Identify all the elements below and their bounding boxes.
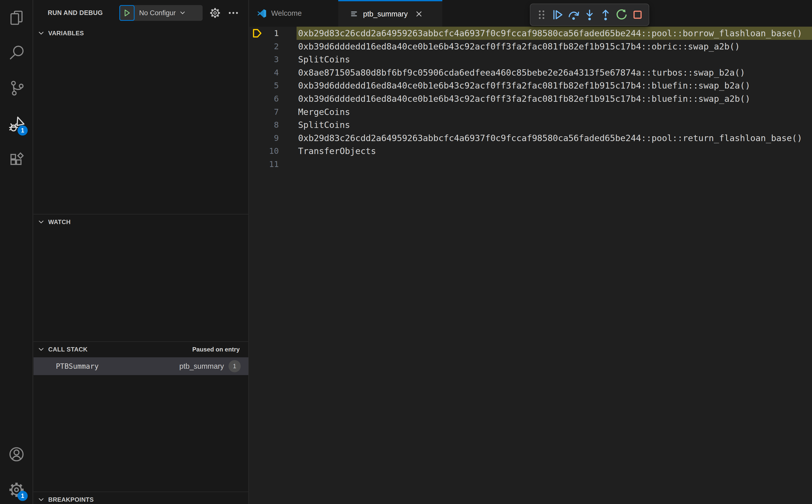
vscode-window: 1 (0, 0, 812, 504)
stack-frame-file: ptb_summary (179, 362, 224, 371)
line-number[interactable]: 11 (263, 158, 279, 171)
editor-area: Welcome ptb_summary (249, 0, 812, 504)
step-over-button[interactable] (567, 8, 581, 22)
code-text: 0xb39d6dddedd16ed8a40ce0b1e6b43c92acf0ff… (298, 79, 750, 92)
config-dropdown-label: No Configur (139, 9, 176, 17)
chevron-down-icon (38, 346, 45, 353)
section-header-call-stack[interactable]: CALL STACK Paused on entry (34, 341, 248, 357)
chevron-down-icon (179, 10, 186, 16)
activity-item-account[interactable] (8, 446, 25, 463)
line-number[interactable]: 8 (263, 118, 279, 131)
watch-body (34, 230, 248, 341)
code-text: SplitCoins (298, 118, 350, 131)
files-icon (8, 10, 25, 26)
code-line[interactable]: 3SplitCoins (249, 53, 812, 66)
code-text: 0xb39d6dddedd16ed8a40ce0b1e6b43c92acf0ff… (298, 92, 750, 105)
debug-settings-button[interactable] (209, 7, 221, 19)
stack-frame-name: PTBSummary (56, 362, 99, 371)
code-text: MergeCoins (298, 105, 350, 119)
code-line[interactable]: 11 (249, 158, 812, 171)
line-number[interactable]: 7 (263, 105, 279, 119)
code-line[interactable]: 50xb39d6dddedd16ed8a40ce0b1e6b43c92acf0f… (249, 79, 812, 92)
search-icon (8, 44, 25, 61)
step-over-icon (568, 9, 580, 21)
drag-gripper-icon (536, 9, 548, 21)
code-area[interactable]: 10xb29d83c26cdd2a64959263abbcfc4a6937f0c… (249, 0, 812, 504)
activity-item-run-and-debug[interactable]: 1 (8, 116, 25, 133)
line-number[interactable]: 3 (263, 53, 279, 66)
code-line[interactable]: 10xb29d83c26cdd2a64959263abbcfc4a6937f0c… (249, 27, 812, 40)
code-line[interactable]: 10TransferObjects (249, 144, 812, 158)
sidebar-title: RUN AND DEBUG (48, 0, 103, 25)
section-header-breakpoints[interactable]: BREAKPOINTS (34, 492, 248, 504)
code-text: TransferObjects (298, 144, 376, 158)
extensions-icon (8, 151, 25, 167)
code-line[interactable]: 20xb39d6dddedd16ed8a40ce0b1e6b43c92acf0f… (249, 40, 812, 53)
debug-current-line-arrow (251, 28, 263, 39)
step-out-button[interactable] (599, 8, 612, 22)
code-line[interactable]: 90xb29d83c26cdd2a64959263abbcfc4a6937f0c… (249, 131, 812, 145)
line-number[interactable]: 1 (263, 27, 279, 40)
activity-item-settings[interactable]: 1 (8, 481, 25, 498)
account-icon (8, 446, 25, 462)
debug-config-dropdown[interactable]: No Configur (119, 5, 203, 21)
activity-item-source-control[interactable] (8, 79, 25, 97)
start-debug-button[interactable] (119, 5, 135, 21)
activity-item-explorer[interactable] (8, 9, 25, 26)
activity-item-extensions[interactable] (8, 150, 25, 168)
variables-body (34, 41, 248, 214)
debug-toolbar (530, 4, 649, 26)
line-number[interactable]: 6 (263, 92, 279, 105)
line-number[interactable]: 9 (263, 131, 279, 145)
run-and-debug-sidebar: RUN AND DEBUG No Configur (34, 0, 249, 504)
activity-bar: 1 (0, 0, 33, 504)
call-stack-frame[interactable]: PTBSummary ptb_summary 1 (34, 357, 248, 375)
code-text: SplitCoins (298, 53, 350, 66)
restart-icon (616, 9, 628, 21)
code-line[interactable]: 7MergeCoins (249, 105, 812, 119)
code-text: 0xb29d83c26cdd2a64959263abbcfc4a6937f0c9… (298, 131, 802, 145)
code-line[interactable]: 40x8ae871505a80d8bf6bf9c05906cda6edfeea4… (249, 66, 812, 79)
code-line[interactable]: 8SplitCoins (249, 118, 812, 131)
code-text: 0xb39d6dddedd16ed8a40ce0b1e6b43c92acf0ff… (298, 40, 740, 53)
section-header-variables[interactable]: VARIABLES (34, 25, 248, 41)
debug-badge: 1 (18, 125, 28, 136)
git-branch-icon (8, 80, 25, 96)
step-into-icon (584, 9, 596, 21)
line-number[interactable]: 2 (263, 40, 279, 53)
run-play-icon (123, 9, 131, 17)
call-stack-status: Paused on entry (192, 346, 240, 353)
activity-item-search[interactable] (8, 44, 25, 61)
sidebar-header: RUN AND DEBUG No Configur (34, 0, 248, 25)
more-actions-button[interactable] (227, 7, 239, 19)
line-number[interactable]: 4 (263, 66, 279, 79)
step-into-button[interactable] (583, 8, 597, 22)
chevron-down-icon (38, 496, 45, 503)
code-text: 0xb29d83c26cdd2a64959263abbcfc4a6937f0c9… (298, 27, 802, 40)
stack-frame-badge: 1 (228, 360, 241, 372)
line-number[interactable]: 10 (263, 144, 279, 158)
continue-button[interactable] (551, 8, 565, 22)
code-line[interactable]: 60xb39d6dddedd16ed8a40ce0b1e6b43c92acf0f… (249, 92, 812, 105)
stop-icon (632, 9, 644, 21)
chevron-down-icon (38, 219, 45, 226)
continue-icon (552, 9, 564, 21)
code-text: 0x8ae871505a80d8bf6bf9c05906cda6edfeea46… (298, 66, 745, 79)
toolbar-drag-handle[interactable] (535, 8, 549, 22)
gear-icon (209, 7, 221, 19)
settings-badge: 1 (18, 491, 28, 501)
more-actions-icon (228, 8, 239, 18)
chevron-down-icon (38, 30, 45, 37)
step-out-icon (600, 9, 612, 21)
restart-button[interactable] (615, 8, 628, 22)
line-number[interactable]: 5 (263, 79, 279, 92)
stop-button[interactable] (631, 8, 644, 22)
section-header-watch[interactable]: WATCH (34, 214, 248, 230)
